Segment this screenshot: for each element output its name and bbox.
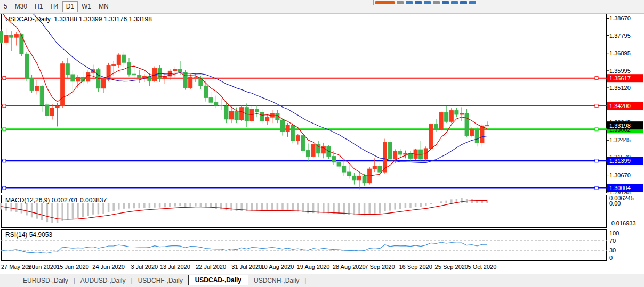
candle-body bbox=[55, 106, 59, 108]
candle-body bbox=[378, 166, 382, 172]
candle-body bbox=[434, 124, 438, 129]
quick-tool-icon[interactable] bbox=[460, 1, 467, 4]
candle-body bbox=[296, 136, 300, 141]
candle-body bbox=[209, 97, 213, 102]
quick-access-toolbar[interactable] bbox=[373, 0, 478, 5]
candle-body bbox=[189, 77, 192, 88]
candle-body bbox=[61, 64, 65, 106]
quick-tool-icon[interactable] bbox=[442, 1, 449, 4]
line-handle bbox=[3, 128, 6, 131]
timeframe-button-m30[interactable]: M30 bbox=[11, 1, 31, 12]
candle-body bbox=[445, 112, 448, 121]
tab-usdchfdaily[interactable]: USDCHF-,Daily bbox=[133, 276, 188, 285]
candle-body bbox=[127, 62, 131, 74]
line-handle bbox=[595, 77, 598, 80]
rsi-label: RSI(14) 54.9053 bbox=[5, 231, 52, 239]
timeframe-button-5[interactable]: 5 bbox=[0, 1, 11, 12]
candle-body bbox=[337, 162, 341, 166]
price-tick-label: 1.35995 bbox=[609, 68, 631, 74]
candle-body bbox=[480, 126, 484, 143]
rsi-axis-label: 100 bbox=[609, 230, 619, 236]
price-tick-label: 1.36895 bbox=[609, 50, 631, 56]
date-tick-label: 3 Jul 2020 bbox=[131, 264, 158, 270]
candle-body bbox=[112, 65, 116, 66]
quick-tool-icon[interactable] bbox=[451, 1, 458, 4]
quick-tool-icon[interactable] bbox=[433, 1, 440, 4]
rsi-border bbox=[2, 230, 607, 261]
candle-body bbox=[122, 55, 126, 62]
candle-body bbox=[332, 157, 336, 162]
timeframe-button-d1[interactable]: D1 bbox=[62, 1, 78, 12]
candle-body bbox=[194, 77, 197, 78]
candle-body bbox=[30, 78, 34, 90]
candle-body bbox=[286, 125, 289, 132]
rsi-indicator-panel[interactable]: RSI(14) 54.9053 10070300 bbox=[0, 229, 644, 261]
timeframe-button-w1[interactable]: W1 bbox=[78, 1, 95, 12]
line-handle bbox=[595, 128, 598, 131]
quick-tool-icon[interactable] bbox=[469, 1, 476, 4]
timeframe-button-h4[interactable]: H4 bbox=[46, 1, 62, 12]
tab-eurusddaily[interactable]: EURUSD-,Daily bbox=[18, 276, 74, 285]
date-tick-label: 13 Jul 2020 bbox=[160, 264, 190, 270]
date-tick-label: 19 Aug 2020 bbox=[297, 264, 330, 270]
candle-body bbox=[255, 109, 259, 112]
candle-body bbox=[311, 145, 315, 157]
candle-body bbox=[25, 54, 29, 78]
tab-usdcnhdaily[interactable]: USDCNH-,Daily bbox=[248, 276, 304, 285]
candle-body bbox=[179, 69, 182, 72]
svg-text:1.30004: 1.30004 bbox=[609, 185, 631, 191]
rsi-svg[interactable]: 10070300 bbox=[0, 229, 644, 261]
candle-body bbox=[71, 75, 75, 81]
quick-tool-icon[interactable] bbox=[415, 1, 422, 4]
line-handle bbox=[3, 77, 6, 80]
candle-body bbox=[40, 86, 44, 105]
symbol-tab-bar: EURUSD-,Daily|AUDUSD-,Daily|USDCHF-,Dail… bbox=[0, 274, 644, 287]
candle-body bbox=[388, 143, 392, 159]
quick-tool-icon[interactable] bbox=[424, 1, 431, 4]
date-tick-label: 16 Sep 2020 bbox=[399, 264, 432, 270]
candle-body bbox=[449, 111, 453, 122]
line-handle bbox=[595, 159, 598, 162]
line-handle bbox=[3, 159, 6, 162]
price-chart-panel[interactable]: USDCAD-,Daily 1.33188 1.33399 1.33176 1.… bbox=[0, 14, 644, 194]
candle-body bbox=[173, 69, 177, 71]
line-handle bbox=[595, 104, 598, 108]
candle-body bbox=[219, 105, 223, 106]
candle-body bbox=[230, 111, 234, 119]
tab-usdcaddaily[interactable]: USDCAD-,Daily bbox=[188, 275, 248, 285]
line-handle bbox=[3, 104, 6, 108]
candle-body bbox=[45, 105, 49, 116]
candle-body bbox=[204, 86, 208, 97]
broker-logo-icon[interactable] bbox=[375, 1, 395, 4]
tab-audusddaily[interactable]: AUDUSD-,Daily bbox=[75, 276, 131, 285]
candle-body bbox=[76, 77, 80, 81]
candle-body bbox=[102, 79, 106, 88]
candle-body bbox=[117, 55, 120, 64]
date-tick-label: 15 Jun 2020 bbox=[57, 264, 89, 270]
date-tick-label: 7 Sep 2020 bbox=[365, 264, 395, 270]
svg-text:1.34200: 1.34200 bbox=[609, 103, 631, 109]
candle-body bbox=[486, 126, 489, 126]
macd-axis-label: 0.00 bbox=[609, 200, 621, 207]
candle-body bbox=[470, 129, 474, 136]
price-tick-label: 1.30670 bbox=[609, 172, 631, 178]
date-tick-label: 28 Aug 2020 bbox=[333, 264, 366, 270]
candle-body bbox=[0, 31, 3, 42]
candle-body bbox=[20, 35, 23, 54]
date-tick-label: 24 Jun 2020 bbox=[92, 264, 125, 270]
macd-axis-label: -0.016933 bbox=[609, 220, 636, 226]
timeframe-button-mn[interactable]: MN bbox=[95, 1, 112, 12]
date-axis[interactable]: 27 May 20205 Jun 202015 Jun 202024 Jun 2… bbox=[0, 262, 644, 273]
date-tick-label: 5 Oct 2020 bbox=[468, 264, 496, 270]
rsi-axis-label: 30 bbox=[609, 247, 616, 253]
candle-body bbox=[347, 172, 351, 176]
quick-tool-icon[interactable] bbox=[397, 1, 404, 4]
quick-tool-icon[interactable] bbox=[406, 1, 413, 4]
timeframe-button-h1[interactable]: H1 bbox=[31, 1, 46, 12]
candle-body bbox=[342, 166, 346, 172]
candle-body bbox=[51, 108, 54, 116]
price-chart-svg[interactable]: 1.386701.377951.368951.359951.351201.342… bbox=[0, 14, 644, 194]
macd-label: MACD(12,26,9) 0.002701 0.003837 bbox=[5, 196, 107, 204]
macd-indicator-panel[interactable]: MACD(12,26,9) 0.002701 0.003837 0.006245… bbox=[0, 195, 644, 228]
date-tick-label: 5 Jun 2020 bbox=[28, 264, 57, 270]
